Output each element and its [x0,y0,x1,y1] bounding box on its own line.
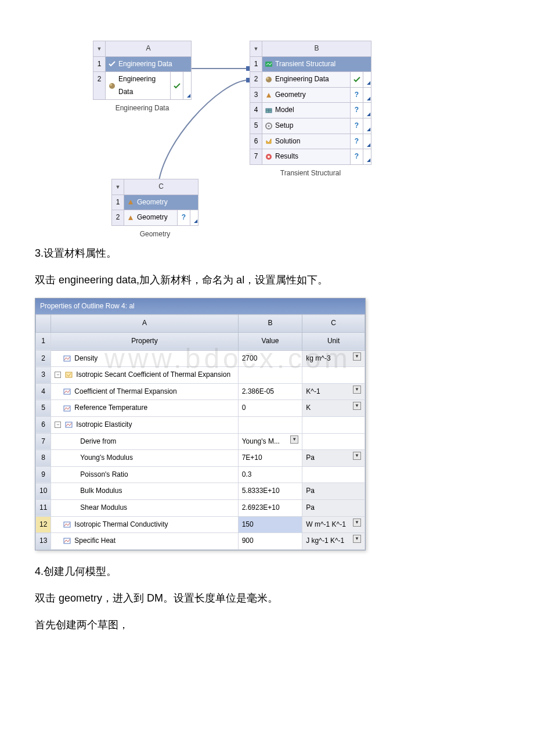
results-icon [265,153,273,161]
table-row[interactable]: 9Poisson's Ratio0.3 [36,466,365,483]
corner-handle-icon[interactable]: ◢ [363,134,371,150]
property-value[interactable]: 2.386E-05 [238,383,302,400]
corner-handle-icon[interactable]: ◢ [363,149,371,165]
property-name: Bulk Modulus [80,485,122,498]
table-row[interactable]: 10Bulk Modulus5.8333E+10Pa [36,483,365,500]
property-unit[interactable] [302,367,365,384]
dropdown-icon[interactable]: ▼ [353,352,361,361]
property-unit[interactable]: Pa [302,499,365,516]
property-icon [64,371,73,379]
property-unit[interactable] [302,433,365,450]
cell-setup[interactable]: Setup [262,118,351,134]
geometry-icon [127,198,135,206]
corner-handle-icon[interactable]: ◢ [190,210,199,226]
property-unit[interactable] [302,416,365,433]
paragraph-3-body: 双击 engineering data,加入新材料，命名为 al，设置属性如下。 [35,271,499,289]
properties-table: A B C 1 Property Value Unit 2Density2700… [35,314,365,549]
property-name: Coefficient of Thermal Expansion [74,386,176,398]
status-icon: ? [351,118,363,134]
property-value[interactable]: 5.8333E+10 [238,483,302,500]
property-unit[interactable]: W m^-1 K^-1▼ [302,516,365,533]
property-name: Isotropic Thermal Conductivity [74,519,168,531]
property-value[interactable]: 2700 [238,350,302,367]
system-C-geometry[interactable]: ▼ C 1 Geometry 2 Geometry ? ◢ Geometry [111,179,199,243]
property-value[interactable] [238,416,302,433]
cell-results[interactable]: Results [262,149,351,165]
property-unit[interactable]: Pa▼ [302,450,365,467]
table-row[interactable]: 2Density2700kg m^-3▼ [36,350,365,367]
table-row[interactable]: 3−Isotropic Secant Coefficient of Therma… [36,367,365,384]
table-row[interactable]: 8Young's Modulus7E+10Pa▼ [36,450,365,467]
status-check-icon [171,72,183,100]
value-header: Value [238,332,302,350]
property-value[interactable]: 150 [238,516,302,533]
column-label: B [262,41,371,57]
property-name: Isotropic Secant Coefficient of Thermal … [76,369,230,381]
system-title-cell[interactable]: Geometry [124,195,199,211]
property-icon [63,388,71,396]
status-icon: ? [351,134,363,150]
dropdown-icon[interactable]: ▼ [353,386,361,394]
system-title-cell[interactable]: Transient Structural [262,57,371,73]
svg-point-13 [268,156,270,158]
geometry-cell[interactable]: Geometry [124,210,178,226]
property-unit[interactable]: K^-1▼ [302,383,365,400]
property-name: Derive from [80,435,116,448]
property-value[interactable]: 2.6923E+10 [238,499,302,516]
column-label: C [124,179,199,195]
property-value[interactable]: 0 [238,400,302,417]
cell-engineering-data[interactable]: Engineering Data [262,72,351,88]
property-icon [63,354,71,362]
table-row[interactable]: 12Isotropic Thermal Conductivity150W m^-… [36,516,365,533]
table-row[interactable]: 7Derive fromYoung's M...▼ [36,433,365,450]
system-caption: Engineering Data [93,100,192,117]
property-value[interactable]: 7E+10 [238,450,302,467]
property-name: Specific Heat [74,535,116,548]
property-unit[interactable]: kg m^-3▼ [302,350,365,367]
table-row[interactable]: 4Coefficient of Thermal Expansion2.386E-… [36,383,365,400]
table-row[interactable]: 5Reference Temperature0K▼ [36,400,365,417]
dropdown-icon[interactable]: ▼ [93,41,106,57]
material-icon [265,75,273,84]
property-value[interactable]: 0.3 [238,466,302,483]
dropdown-icon[interactable]: ▼ [111,179,124,195]
paragraph-4-body-2: 首先创建两个草图， [35,615,499,634]
cell-geometry[interactable]: Geometry [262,88,351,103]
cell-model[interactable]: Model [262,103,351,118]
system-title-cell[interactable]: Engineering Data [106,57,192,73]
dropdown-icon[interactable]: ▼ [353,519,361,527]
corner-handle-icon[interactable]: ◢ [183,72,192,100]
system-B-transient-structural[interactable]: ▼ B 1 Transient Structural 2Engineering … [250,41,371,182]
cell-solution[interactable]: Solution [262,134,351,150]
project-schematic: ▼ A 1 Engineering Data 2 Engineering Dat… [93,41,418,226]
property-value[interactable]: 900 [238,533,302,550]
svg-point-3 [110,84,112,86]
solution-icon [265,137,273,145]
table-row[interactable]: 13Specific Heat900J kg^-1 K^-1▼ [36,533,365,550]
table-row[interactable]: 6−Isotropic Elasticity [36,416,365,433]
corner-handle-icon[interactable]: ◢ [363,72,371,88]
corner-handle-icon[interactable]: ◢ [363,88,371,103]
engineering-data-cell[interactable]: Engineering Data [106,72,171,100]
property-value[interactable] [238,367,302,384]
property-name: Density [74,352,98,365]
property-unit[interactable]: Pa [302,483,365,500]
corner-handle-icon[interactable]: ◢ [363,103,371,118]
dropdown-icon[interactable]: ▼ [353,402,361,410]
paragraph-4-body-1: 双击 geometry，进入到 DM。设置长度单位是毫米。 [35,589,499,607]
corner-handle-icon[interactable]: ◢ [363,118,371,134]
table-row[interactable]: 11Shear Modulus2.6923E+10Pa [36,499,365,516]
property-unit[interactable] [302,466,365,483]
collapse-icon[interactable]: − [55,422,61,428]
dropdown-icon[interactable]: ▼ [290,435,298,444]
dropdown-icon[interactable]: ▼ [250,41,262,57]
system-A-engineering-data[interactable]: ▼ A 1 Engineering Data 2 Engineering Dat… [93,41,192,117]
property-unit[interactable]: K▼ [302,400,365,417]
property-header: Property [51,332,238,350]
dropdown-icon[interactable]: ▼ [353,535,361,543]
collapse-icon[interactable]: − [55,372,61,378]
dropdown-icon[interactable]: ▼ [353,452,361,460]
svg-rect-15 [66,372,72,377]
property-value[interactable]: Young's M...▼ [238,433,302,450]
property-unit[interactable]: J kg^-1 K^-1▼ [302,533,365,550]
